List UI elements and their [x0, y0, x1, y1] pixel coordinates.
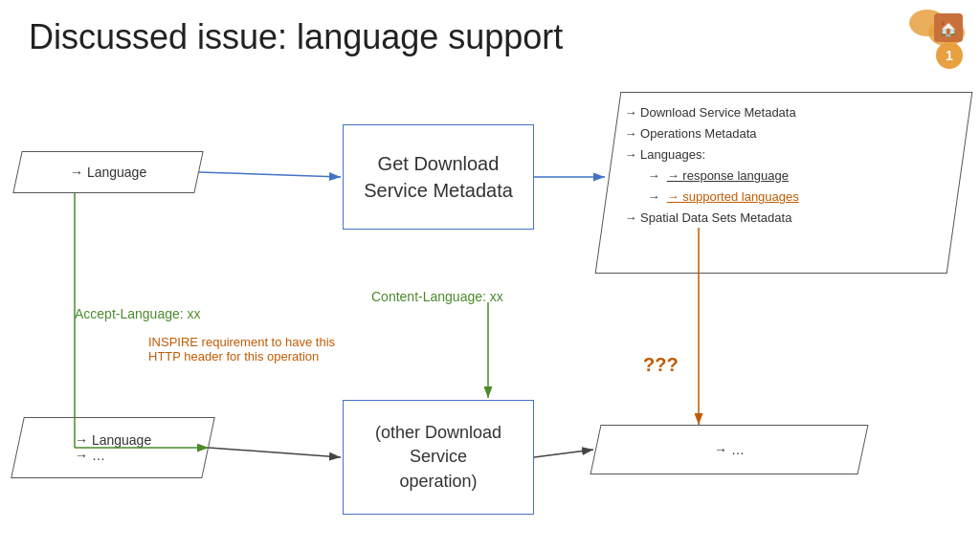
metadata-parallelogram: → Download Service Metadata → Operations… [595, 92, 973, 274]
meta-item-3: → Languages: [624, 144, 947, 165]
content-language-label: Content-Language: xx [371, 289, 503, 304]
meta-item-2: → Operations Metadata [624, 123, 947, 144]
question-marks: ??? [643, 354, 679, 376]
meta-item-1: → Download Service Metadata [624, 102, 947, 123]
top-left-parallelogram: → Language [12, 151, 203, 193]
bottom-rect-text: (other Download Service operation) [375, 421, 501, 494]
svg-line-8 [209, 448, 341, 457]
meta-item-3a: → → response language [624, 165, 947, 187]
home-area: 🏠 1 [915, 8, 972, 65]
meta-item-3b: → → supported languages [624, 187, 947, 208]
bottom-left-parallelogram: → Language → … [11, 417, 215, 478]
main-rect: Get Download Service Metadata [343, 124, 534, 230]
main-rect-text: Get Download Service Metadata [364, 150, 513, 204]
metadata-list: → Download Service Metadata → Operations… [611, 93, 961, 239]
inspire-label: INSPIRE requirement to have this HTTP he… [148, 335, 335, 364]
bottom-right-parallelogram: → … [590, 425, 868, 474]
home-icon[interactable]: 🏠 [934, 13, 963, 42]
bottom-rect: (other Download Service operation) [343, 400, 534, 515]
meta-item-4: → Spatial Data Sets Metadata [624, 208, 947, 229]
svg-line-4 [199, 172, 341, 177]
svg-line-9 [534, 450, 593, 457]
top-left-para-text: → Language [70, 165, 146, 180]
page-title: Discussed issue: language support [29, 17, 563, 57]
accept-language-label: Accept-Language: xx [75, 306, 201, 321]
bottom-right-para-text: → … [714, 442, 745, 457]
badge: 1 [936, 42, 963, 69]
bottom-left-para-text: → Language → … [75, 432, 151, 463]
